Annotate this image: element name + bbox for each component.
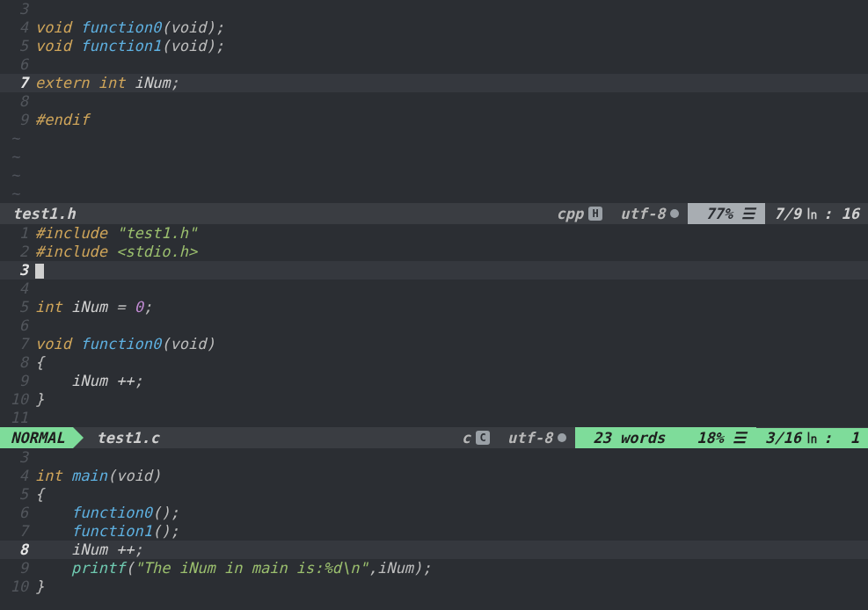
code-line: 9 iNum ++; bbox=[0, 372, 868, 390]
code-line: 6 function0(); bbox=[0, 504, 868, 522]
code-line: 2 #include <stdio.h> bbox=[0, 243, 868, 261]
position-segment: 3/16㏑: 1 bbox=[756, 428, 868, 448]
line-number: 9 bbox=[0, 372, 35, 390]
editor-pane-source-top[interactable]: 1 #include "test1.h" 2 #include <stdio.h… bbox=[0, 224, 868, 427]
statusbar-filename: test1.h bbox=[0, 205, 88, 222]
line-number: 5 bbox=[0, 485, 35, 504]
filetype-badge-icon: H bbox=[588, 207, 602, 221]
filetype-indicator: c C bbox=[453, 429, 499, 447]
line-number: 9 bbox=[0, 111, 35, 129]
line-number: 6 bbox=[0, 55, 35, 74]
line-number: 1 bbox=[0, 224, 35, 243]
code-line: 8 { bbox=[0, 353, 868, 372]
code-line: 4 int main(void) bbox=[0, 467, 868, 485]
percent-segment: 77% ☰ bbox=[688, 203, 765, 224]
code-line: 10 } bbox=[0, 390, 868, 409]
mode-indicator: NORMAL bbox=[0, 427, 73, 448]
line-icon: ㏑ bbox=[805, 428, 820, 448]
code-line: 3 bbox=[0, 0, 868, 18]
code-line: 8 bbox=[0, 92, 868, 111]
line-number: 7 bbox=[0, 335, 35, 353]
line-icon: ㏑ bbox=[805, 204, 820, 224]
line-number: 6 bbox=[0, 504, 35, 522]
encoding-dot-icon bbox=[670, 209, 679, 218]
code-line: 10 } bbox=[0, 577, 868, 596]
code-line: 7 function1(); bbox=[0, 522, 868, 541]
code-line: 6 bbox=[0, 316, 868, 335]
line-number: 10 bbox=[0, 577, 35, 596]
code-line: 11 bbox=[0, 409, 868, 427]
line-number: 2 bbox=[0, 243, 35, 261]
code-line: 5 { bbox=[0, 485, 868, 504]
filetype-badge-icon: C bbox=[476, 431, 490, 445]
cursor-icon bbox=[35, 264, 44, 279]
line-number: 11 bbox=[0, 409, 35, 427]
code-line: 4 void function0(void); bbox=[0, 18, 868, 37]
code-line: 5 void function1(void); bbox=[0, 37, 868, 55]
code-line: 6 bbox=[0, 55, 868, 74]
editor-pane-source-bottom[interactable]: 3 4 int main(void) 5 { 6 function0(); 7 … bbox=[0, 448, 868, 596]
empty-line-tilde: ~ bbox=[0, 148, 868, 166]
percent-segment: 18% ☰ bbox=[675, 427, 756, 448]
wordcount-segment: 23 words bbox=[575, 427, 675, 448]
line-number: 10 bbox=[0, 390, 35, 409]
empty-line-tilde: ~ bbox=[0, 185, 868, 203]
code-line: 3 bbox=[0, 448, 868, 467]
line-number: 4 bbox=[0, 467, 35, 485]
line-number: 9 bbox=[0, 559, 35, 577]
statusbar-filename: test1.c bbox=[73, 429, 168, 447]
code-line-current: 7 extern int iNum; bbox=[0, 74, 868, 92]
code-line-current: 8 iNum ++; bbox=[0, 541, 868, 559]
line-number: 4 bbox=[0, 18, 35, 37]
code-line: 4 bbox=[0, 280, 868, 298]
line-number: 6 bbox=[0, 316, 35, 335]
encoding-indicator: utf-8 bbox=[499, 429, 575, 447]
line-number: 4 bbox=[0, 280, 35, 298]
code-line: 1 #include "test1.h" bbox=[0, 224, 868, 243]
statusbar-pane1: test1.h cpp H utf-8 77% ☰ 7/9㏑: 16 bbox=[0, 203, 868, 224]
filetype-indicator: cpp H bbox=[547, 205, 611, 222]
line-number: 7 bbox=[0, 522, 35, 541]
line-number: 3 bbox=[0, 0, 35, 18]
code-line-current: 3 bbox=[0, 261, 868, 280]
editor-pane-header[interactable]: 3 4 void function0(void); 5 void functio… bbox=[0, 0, 868, 203]
empty-line-tilde: ~ bbox=[0, 129, 868, 148]
line-number: 8 bbox=[0, 541, 35, 559]
code-line: 7 void function0(void) bbox=[0, 335, 868, 353]
code-line: 9 #endif bbox=[0, 111, 868, 129]
line-number: 7 bbox=[0, 74, 35, 92]
line-number: 3 bbox=[0, 448, 35, 467]
line-number: 3 bbox=[0, 261, 35, 280]
code-line: 5 int iNum = 0; bbox=[0, 298, 868, 316]
statusbar-pane2-active: NORMAL test1.c c C utf-8 23 words 18% ☰ … bbox=[0, 427, 868, 448]
position-segment: 7/9㏑: 16 bbox=[765, 204, 868, 224]
code-line: 9 printf("The iNum in main is:%d\n",iNum… bbox=[0, 559, 868, 577]
line-number: 8 bbox=[0, 353, 35, 372]
encoding-indicator: utf-8 bbox=[611, 205, 688, 222]
line-number: 8 bbox=[0, 92, 35, 111]
line-number: 5 bbox=[0, 298, 35, 316]
line-number: 5 bbox=[0, 37, 35, 55]
empty-line-tilde: ~ bbox=[0, 166, 868, 185]
encoding-dot-icon bbox=[558, 433, 566, 442]
